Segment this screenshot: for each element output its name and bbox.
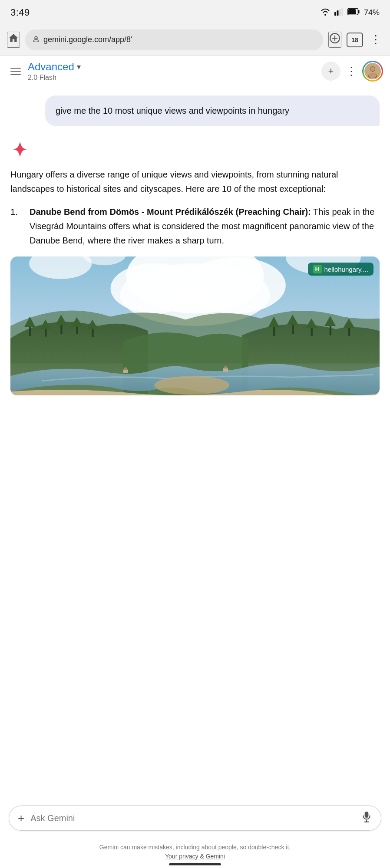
image-source-text: hellohungary.... [324, 266, 368, 273]
response-intro-text: Hungary offers a diverse range of unique… [10, 168, 380, 196]
wifi-icon [321, 8, 330, 18]
ask-gemini-input[interactable] [30, 813, 355, 823]
svg-rect-43 [123, 370, 128, 373]
battery-text: 74% [364, 8, 380, 17]
browser-more-button[interactable]: ⋮ [368, 33, 383, 46]
new-chat-button[interactable]: + [321, 62, 340, 81]
svg-rect-45 [223, 368, 228, 372]
app-title-row: Advanced ▾ [28, 61, 321, 73]
hamburger-menu-button[interactable] [7, 64, 24, 78]
gemini-response: Hungary offers a diverse range of unique… [10, 140, 380, 395]
svg-rect-6 [358, 10, 360, 13]
new-tab-button[interactable] [328, 32, 341, 48]
gemini-star-icon [10, 140, 380, 161]
app-header: Advanced ▾ 2.0 Flash + ⋮ [0, 56, 390, 87]
svg-rect-5 [348, 9, 356, 14]
app-title: Advanced [28, 61, 74, 73]
landscape-image [10, 256, 380, 395]
item-title: Danube Bend from Dömös - Mount Prédikáló… [30, 207, 311, 217]
image-source-badge: H hellohungary.... [308, 263, 373, 276]
disclaimer-bar: Gemini can make mistakes, including abou… [0, 843, 390, 861]
disclaimer-text: Gemini can make mistakes, including abou… [99, 844, 291, 851]
source-logo: H [313, 265, 322, 273]
svg-point-22 [154, 376, 229, 395]
app-title-area: Advanced ▾ 2.0 Flash [28, 61, 321, 82]
privacy-link[interactable]: Your privacy & Gemini [165, 853, 225, 860]
input-add-button[interactable]: + [18, 812, 24, 824]
battery-icon [347, 8, 360, 17]
user-message-text: give me the 10 most unique views and vie… [56, 106, 289, 115]
svg-point-7 [35, 36, 37, 39]
numbered-list: 1. Danube Bend from Dömös - Mount Prédik… [10, 205, 380, 248]
avatar[interactable] [362, 61, 383, 82]
microphone-button[interactable] [361, 811, 372, 825]
svg-rect-3 [341, 8, 343, 16]
hamburger-line-2 [10, 71, 21, 72]
item-number: 1. [10, 205, 24, 248]
chat-area: give me the 10 most unique views and vie… [0, 87, 390, 404]
svg-rect-1 [337, 10, 338, 16]
image-card[interactable]: H hellohungary.... [10, 256, 380, 395]
status-icons: 74% [321, 8, 380, 18]
status-bar: 3:49 74% [0, 0, 390, 24]
bottom-nav-indicator [169, 863, 221, 865]
app-subtitle: 2.0 Flash [28, 74, 321, 82]
tab-count-button[interactable]: 18 [347, 33, 363, 47]
avatar-image [364, 63, 381, 79]
svg-rect-2 [339, 9, 341, 16]
svg-point-12 [370, 67, 375, 71]
status-time: 3:49 [10, 7, 30, 18]
svg-rect-0 [334, 12, 336, 16]
hamburger-line-1 [10, 68, 21, 69]
browser-bar: gemini.google.com/app/8' 18 ⋮ [0, 24, 390, 56]
header-actions: + ⋮ [321, 61, 383, 82]
url-bar[interactable]: gemini.google.com/app/8' [25, 30, 323, 50]
hamburger-line-3 [10, 74, 21, 75]
url-text: gemini.google.com/app/8' [43, 35, 316, 44]
input-field-container: + [9, 806, 381, 831]
svg-rect-47 [365, 812, 369, 818]
chevron-down-icon: ▾ [77, 62, 81, 72]
item-content: Danube Bend from Dömös - Mount Prédikáló… [30, 205, 380, 248]
user-message-bubble: give me the 10 most unique views and vie… [45, 95, 380, 126]
list-item: 1. Danube Bend from Dömös - Mount Prédik… [10, 205, 380, 248]
signal-icon [334, 8, 343, 18]
header-more-button[interactable]: ⋮ [346, 65, 357, 78]
home-button[interactable] [7, 32, 20, 48]
input-bar: + [0, 801, 390, 835]
url-security-icon [32, 35, 40, 45]
